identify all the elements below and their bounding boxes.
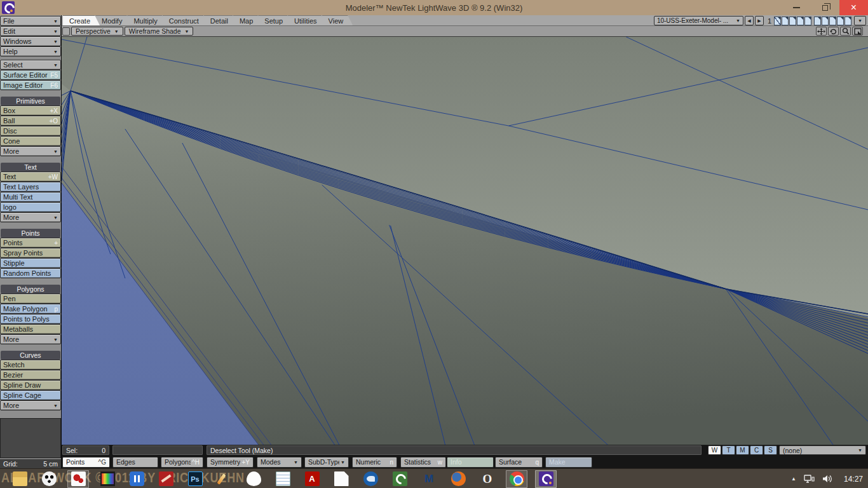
sidebar-item-sketch[interactable]: Sketch xyxy=(0,360,61,370)
tab-construct[interactable]: Construct xyxy=(163,15,208,25)
taskbar-item-lightwave-modeler[interactable] xyxy=(535,470,557,488)
sidebar-item-cone[interactable]: Cone xyxy=(0,136,61,146)
bottom-button-symmetry[interactable]: Symmetry+Y xyxy=(207,457,254,468)
sidebar-item-points-to-polys[interactable]: Points to Polys xyxy=(0,314,61,324)
shade-mode-dropdown[interactable]: Wireframe Shade▼ xyxy=(125,27,194,36)
sidebar-item-random-points[interactable]: Random Points xyxy=(0,268,61,278)
volume-icon[interactable] xyxy=(822,475,832,483)
tab-create[interactable]: Create xyxy=(63,15,100,25)
taskbar-item-document-app[interactable] xyxy=(330,470,352,488)
layer-cell-8[interactable] xyxy=(829,17,836,25)
taskbar-item-pdf-reader[interactable]: A xyxy=(301,470,323,488)
close-button[interactable]: × xyxy=(839,0,868,15)
maximize-button[interactable] xyxy=(811,0,839,15)
sidebar-item-image-editor[interactable]: Image EditorF6 xyxy=(0,80,61,90)
network-icon[interactable] xyxy=(804,475,815,484)
view-mode-dropdown[interactable]: Perspective▼ xyxy=(71,27,123,36)
sidebar-item-ball[interactable]: Ball+O xyxy=(0,116,61,126)
taskbar-item-chrome[interactable] xyxy=(506,470,527,488)
bottom-button-edges[interactable]: Edges xyxy=(112,457,158,468)
sidebar-item-metaballs[interactable]: Metaballs xyxy=(0,324,61,334)
menu-edit[interactable]: Edit▼ xyxy=(0,26,61,36)
minimize-button[interactable] xyxy=(782,0,811,15)
menu-windows[interactable]: Windows▼ xyxy=(0,36,61,46)
object-selector-dropdown[interactable]: 10-USS-Exeter-Model- ... ▼ xyxy=(654,16,743,25)
sidebar-item-stipple[interactable]: Stipple xyxy=(0,258,61,268)
bottom-button-polygons[interactable]: Polygons^H xyxy=(161,457,203,468)
sidebar-item-box[interactable]: Box+X xyxy=(0,105,61,116)
layer-cell-10[interactable] xyxy=(844,17,851,25)
menu-help[interactable]: Help▼ xyxy=(0,46,61,57)
sidebar-item-spline-cage[interactable]: Spline Cage xyxy=(0,390,61,400)
tab-multiply[interactable]: Multiply xyxy=(127,15,166,25)
sidebar-item-more[interactable]: More▼ xyxy=(0,146,61,156)
zoom-view-icon[interactable] xyxy=(840,27,851,36)
sidebar-item-select[interactable]: Select▼ xyxy=(0,60,61,70)
hidden-icons-caret[interactable]: ▲ xyxy=(791,476,796,482)
sidebar-item-disc[interactable]: Disc xyxy=(0,126,61,136)
bottom-button-surface[interactable]: Surfaceq xyxy=(495,457,543,468)
sidebar-item-make-polygon[interactable]: Make Polygonp xyxy=(0,304,61,314)
taskbar-item-notepad[interactable] xyxy=(272,470,294,488)
vmap-selector-dropdown[interactable]: (none) ▼ xyxy=(779,445,866,455)
taskbar-item-lightwave-layout[interactable] xyxy=(389,470,410,488)
sidebar-item-multi-text[interactable]: Multi Text xyxy=(0,192,61,202)
tab-detail[interactable]: Detail xyxy=(204,15,238,25)
vmap-button-c[interactable]: C xyxy=(750,445,763,455)
sidebar-item-pen[interactable]: Pen xyxy=(0,294,61,304)
sidebar-item-text-layers[interactable]: Text Layers xyxy=(0,182,61,192)
sidebar-item-text[interactable]: Text+W xyxy=(0,172,61,182)
bottom-button-points[interactable]: Points^G xyxy=(62,457,110,468)
taskbar-item-artwork-app[interactable] xyxy=(67,470,89,488)
sidebar-item-more[interactable]: More▼ xyxy=(0,334,61,344)
vmap-button-w[interactable]: W xyxy=(708,445,721,455)
taskbar-item-photoshop[interactable]: Ps xyxy=(184,470,206,488)
layer-cell-9[interactable] xyxy=(837,17,844,25)
bottom-button-statistics[interactable]: Statisticsw xyxy=(400,457,446,468)
vmap-button-m[interactable]: M xyxy=(736,445,749,455)
taskbar-item-m-app[interactable]: M xyxy=(418,470,440,488)
next-layer-bank-button[interactable]: ▶ xyxy=(755,16,764,25)
sidebar-item-surface-editor[interactable]: Surface EditorF5 xyxy=(0,70,61,80)
taskbar-item-chat-app[interactable] xyxy=(243,470,264,488)
layer-cell-7[interactable] xyxy=(822,17,829,25)
tab-utilities[interactable]: Utilities xyxy=(288,15,326,25)
bottom-button-modes[interactable]: Modes▼ xyxy=(257,457,302,468)
perspective-viewport[interactable] xyxy=(62,37,868,445)
layer-cell-4[interactable] xyxy=(797,17,804,25)
layer-cell-5[interactable] xyxy=(804,17,811,25)
layer-cell-1[interactable] xyxy=(774,17,781,25)
sidebar-item-more[interactable]: More▼ xyxy=(0,400,61,410)
tab-view[interactable]: View xyxy=(322,15,353,25)
taskbar-item-paint-tool[interactable] xyxy=(214,470,235,488)
menu-file[interactable]: File▼ xyxy=(0,16,61,26)
taskbar-item-panda-app[interactable] xyxy=(38,470,60,488)
fit-view-icon[interactable] xyxy=(852,27,863,36)
layer-cell-3[interactable] xyxy=(789,17,796,25)
layer-options-dropdown[interactable]: ▼ xyxy=(854,16,866,25)
sidebar-item-spline-draw[interactable]: Spline Draw xyxy=(0,380,61,390)
tab-setup[interactable]: Setup xyxy=(258,15,292,25)
pan-view-icon[interactable] xyxy=(816,27,827,36)
sidebar-item-bezier[interactable]: Bezier xyxy=(0,370,61,380)
sidebar-item-spray-points[interactable]: Spray Points xyxy=(0,248,61,258)
taskbar-item-thunderbird[interactable] xyxy=(360,470,381,488)
sidebar-item-logo[interactable]: logo xyxy=(0,202,61,212)
layer-cell-6[interactable] xyxy=(814,17,821,25)
taskbar-item-media-player[interactable] xyxy=(126,470,147,488)
layer-cell-2[interactable] xyxy=(782,17,789,25)
sidebar-item-points[interactable]: Points+ xyxy=(0,238,61,248)
vmap-button-t[interactable]: T xyxy=(722,445,735,455)
rotate-view-icon[interactable] xyxy=(828,27,839,36)
bottom-button-numeric[interactable]: Numericn xyxy=(352,457,397,468)
prev-layer-bank-button[interactable]: ◀ xyxy=(745,16,754,25)
sidebar-item-more[interactable]: More▼ xyxy=(0,212,61,222)
taskbar-item-firefox[interactable] xyxy=(447,470,469,488)
taskbar-item-film-app[interactable] xyxy=(97,470,118,488)
taskbar-item-file-explorer[interactable] xyxy=(9,470,31,488)
taskbar-item-opera[interactable]: O xyxy=(477,470,498,488)
bottom-button-subd-type[interactable]: SubD-Type▼ xyxy=(304,457,349,468)
tab-modify[interactable]: Modify xyxy=(95,15,132,25)
taskbar-item-red-tool-app[interactable] xyxy=(155,470,177,488)
vmap-button-s[interactable]: S xyxy=(764,445,777,455)
